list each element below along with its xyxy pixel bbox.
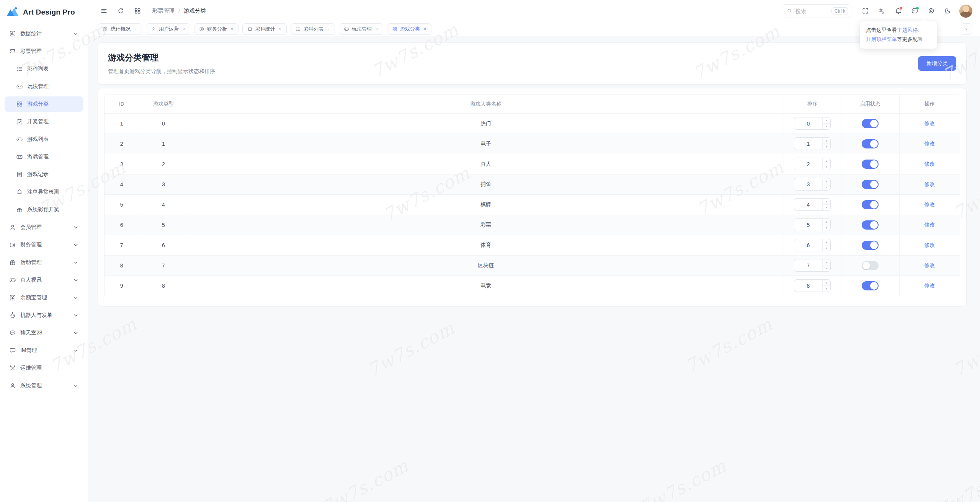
enable-toggle[interactable] xyxy=(862,261,879,270)
edit-link[interactable]: 修改 xyxy=(924,120,935,126)
sidebar-item-0[interactable]: 数据统计 xyxy=(5,26,83,41)
sort-input[interactable] xyxy=(794,178,822,190)
edit-link[interactable]: 修改 xyxy=(924,282,935,288)
app-logo[interactable]: Art Design Pro xyxy=(0,0,88,24)
enable-toggle[interactable] xyxy=(862,281,879,290)
tab-2[interactable]: 财务分析 xyxy=(194,23,238,35)
sort-input[interactable] xyxy=(794,259,822,271)
col-id: ID xyxy=(105,95,139,113)
edit-link[interactable]: 修改 xyxy=(924,262,935,268)
close-icon[interactable] xyxy=(278,27,283,31)
dark-mode-button[interactable] xyxy=(941,5,954,18)
enable-toggle[interactable] xyxy=(862,241,879,250)
step-up-icon[interactable]: ▴ xyxy=(823,239,830,245)
sort-input[interactable] xyxy=(794,219,822,231)
tab-4[interactable]: 彩种列表 xyxy=(291,23,335,35)
sidebar-item-14[interactable]: 真人视讯 xyxy=(5,272,83,288)
edit-link[interactable]: 修改 xyxy=(924,201,935,207)
step-down-icon[interactable]: ▾ xyxy=(823,225,830,231)
sidebar-item-18[interactable]: IM管理 xyxy=(5,343,83,358)
sidebar-item-6[interactable]: 游戏列表 xyxy=(5,132,83,147)
sidebar-item-7[interactable]: 游戏管理 xyxy=(5,149,83,165)
sidebar-item-9[interactable]: 注单异常检测 xyxy=(5,184,83,200)
sort-input[interactable] xyxy=(794,239,822,251)
step-up-icon[interactable]: ▴ xyxy=(823,199,830,204)
step-down-icon[interactable]: ▾ xyxy=(823,204,830,210)
enable-toggle[interactable] xyxy=(862,180,879,189)
edit-link[interactable]: 修改 xyxy=(924,161,935,167)
sort-input[interactable] xyxy=(794,138,822,150)
sidebar-item-10[interactable]: 系统彩预开奖 xyxy=(5,202,83,217)
sort-input[interactable] xyxy=(794,158,822,170)
sort-input[interactable] xyxy=(794,280,822,292)
sidebar-item-15[interactable]: 余额宝管理 xyxy=(5,290,83,305)
sidebar-item-1[interactable]: 彩票管理 xyxy=(5,44,83,59)
global-search[interactable]: Ctrl k xyxy=(782,4,851,18)
edit-link[interactable]: 修改 xyxy=(924,222,935,228)
step-up-icon[interactable]: ▴ xyxy=(823,219,830,225)
step-up-icon[interactable]: ▴ xyxy=(823,138,830,143)
close-icon[interactable] xyxy=(326,27,331,31)
messages-button[interactable] xyxy=(908,5,921,18)
step-down-icon[interactable]: ▾ xyxy=(823,245,830,251)
tab-5[interactable]: 玩法管理 xyxy=(339,23,383,35)
apps-button[interactable] xyxy=(131,5,144,18)
step-up-icon[interactable]: ▴ xyxy=(823,178,830,184)
settings-button[interactable] xyxy=(924,5,938,18)
fullscreen-button[interactable] xyxy=(859,5,872,18)
tab-0[interactable]: 统计概况 xyxy=(98,23,142,35)
step-up-icon[interactable]: ▴ xyxy=(823,280,830,285)
close-icon[interactable] xyxy=(133,27,138,31)
sidebar-item-5[interactable]: 开奖管理 xyxy=(5,114,83,129)
sidebar-item-3[interactable]: 玩法管理 xyxy=(5,79,83,94)
sidebar-item-8[interactable]: 游戏记录 xyxy=(5,167,83,182)
collapse-menu-button[interactable] xyxy=(97,5,110,18)
sort-input[interactable] xyxy=(794,199,822,210)
step-down-icon[interactable]: ▾ xyxy=(823,184,830,190)
language-button[interactable]: 文A xyxy=(875,5,888,18)
step-up-icon[interactable]: ▴ xyxy=(823,259,830,265)
theme-style-link[interactable]: 主题风格 xyxy=(897,27,918,33)
sidebar-item-20[interactable]: 系统管理 xyxy=(5,378,83,393)
enable-toggle[interactable] xyxy=(862,119,879,128)
edit-link[interactable]: 修改 xyxy=(924,242,935,248)
close-icon[interactable] xyxy=(374,27,379,31)
chevron-down-icon xyxy=(72,329,79,336)
close-icon[interactable] xyxy=(423,27,427,31)
close-icon[interactable] xyxy=(181,27,186,31)
sort-input[interactable] xyxy=(794,117,822,129)
tab-3[interactable]: 彩种统计 xyxy=(242,23,287,35)
enable-toggle[interactable] xyxy=(862,220,879,230)
sidebar-item-19[interactable]: 运维管理 xyxy=(5,360,83,376)
step-down-icon[interactable]: ▾ xyxy=(823,265,830,271)
enable-toggle[interactable] xyxy=(862,160,879,169)
sidebar-item-11[interactable]: 会员管理 xyxy=(5,220,83,235)
sidebar-item-16[interactable]: 机器人与发单 xyxy=(5,308,83,323)
enable-toggle[interactable] xyxy=(862,200,879,209)
close-icon[interactable] xyxy=(230,27,234,31)
step-down-icon[interactable]: ▾ xyxy=(823,285,830,292)
top-menu-link[interactable]: 开启顶栏菜单 xyxy=(866,36,897,42)
sidebar-item-17[interactable]: 聊天室28 xyxy=(5,325,83,341)
add-category-button[interactable]: 新增分类 xyxy=(918,56,956,71)
sidebar-item-4[interactable]: 游戏分类 xyxy=(5,96,83,112)
tab-1[interactable]: 用户运营 xyxy=(146,23,190,35)
search-input[interactable] xyxy=(795,8,828,14)
edit-link[interactable]: 修改 xyxy=(924,181,935,187)
edit-link[interactable]: 修改 xyxy=(924,140,935,147)
sidebar-item-2[interactable]: 彩种列表 xyxy=(5,61,83,77)
enable-toggle[interactable] xyxy=(862,139,879,148)
step-down-icon[interactable]: ▾ xyxy=(823,143,830,150)
step-up-icon[interactable]: ▴ xyxy=(823,117,830,123)
refresh-button[interactable] xyxy=(114,5,127,18)
notifications-button[interactable] xyxy=(892,5,905,18)
step-up-icon[interactable]: ▴ xyxy=(823,158,830,164)
user-avatar[interactable] xyxy=(959,5,972,18)
breadcrumb-parent[interactable]: 彩票管理 xyxy=(152,7,175,15)
sidebar-item-12[interactable]: 财务管理 xyxy=(5,237,83,253)
sidebar-item-13[interactable]: 活动管理 xyxy=(5,255,83,270)
tab-6[interactable]: 游戏分类 xyxy=(387,23,431,35)
tab-actions-button[interactable] xyxy=(961,23,972,35)
step-down-icon[interactable]: ▾ xyxy=(823,123,830,129)
step-down-icon[interactable]: ▾ xyxy=(823,164,830,170)
